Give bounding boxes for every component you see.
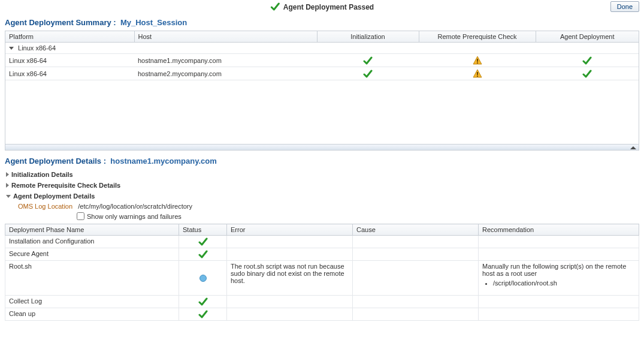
details-title-prefix: Agent Deployment Details : <box>5 157 106 166</box>
check-icon <box>363 70 373 78</box>
rec-script: /script/location/root.sh <box>493 279 635 287</box>
warning-icon <box>473 69 482 78</box>
phase-name: Secure Agent <box>5 248 179 261</box>
expander-initialization[interactable]: Initialization Details <box>5 169 639 180</box>
check-icon <box>270 2 280 11</box>
col-initialization[interactable]: Initialization <box>317 31 419 43</box>
phase-recommendation: Manually run the following script(s) on … <box>479 261 639 296</box>
done-button[interactable]: Done <box>610 1 639 12</box>
top-bar: Agent Deployment Passed Done <box>0 0 644 16</box>
details-row: Root.sh The root.sh script was not run b… <box>5 261 639 296</box>
phase-name: Installation and Configuration <box>5 236 179 248</box>
chevron-down-icon <box>6 195 11 198</box>
col-agent-deployment[interactable]: Agent Deployment <box>536 31 639 43</box>
status-banner-text: Agent Deployment Passed <box>283 3 374 11</box>
phase-error: The root.sh script was not run because s… <box>227 261 353 296</box>
row-host: hostname2.mycompany.com <box>134 67 317 80</box>
details-header-row: Deployment Phase Name Status Error Cause… <box>5 224 639 236</box>
phase-error <box>227 236 353 248</box>
group-platform-label: Linux x86-64 <box>18 44 56 52</box>
phase-recommendation <box>479 296 639 308</box>
summary-row[interactable]: Linux x86-64 hostname2.mycompany.com <box>5 67 639 80</box>
tree-collapse-icon[interactable] <box>9 47 14 50</box>
phase-error <box>227 248 353 261</box>
col-status[interactable]: Status <box>179 224 227 236</box>
summary-table: Platform Host Initialization Remote Prer… <box>5 31 639 80</box>
rec-text: Manually run the following script(s) on … <box>482 263 626 277</box>
col-recommendation[interactable]: Recommendation <box>479 224 639 236</box>
chevron-right-icon <box>6 183 9 188</box>
status-banner: Agent Deployment Passed <box>270 2 374 11</box>
phase-name: Collect Log <box>5 296 179 308</box>
check-icon <box>198 297 208 306</box>
row-platform: Linux x86-64 <box>5 67 134 80</box>
phase-recommendation <box>479 236 639 248</box>
row-host: hostname1.mycompany.com <box>134 54 317 67</box>
col-cause[interactable]: Cause <box>353 224 479 236</box>
check-icon <box>198 310 208 318</box>
summary-table-container: Platform Host Initialization Remote Prer… <box>5 31 639 145</box>
phase-cause <box>353 296 479 308</box>
col-error[interactable]: Error <box>227 224 353 236</box>
details-table: Deployment Phase Name Status Error Cause… <box>5 224 639 321</box>
summary-header-row: Platform Host Initialization Remote Prer… <box>5 31 639 43</box>
row-platform: Linux x86-64 <box>5 54 134 67</box>
summary-session-name: My_Host_Session <box>120 18 187 27</box>
check-icon <box>582 56 592 65</box>
col-platform[interactable]: Platform <box>5 31 134 43</box>
summary-title-prefix: Agent Deployment Summary : <box>5 18 116 27</box>
summary-title: Agent Deployment Summary : My_Host_Sessi… <box>0 16 644 31</box>
phase-recommendation <box>479 308 639 321</box>
check-icon <box>198 237 208 246</box>
oms-log-path: /etc/my/log/location/or/scratch/director… <box>78 203 192 210</box>
phase-error <box>227 296 353 308</box>
resize-handle[interactable] <box>5 145 639 151</box>
expander-label: Agent Deployment Details <box>13 192 95 200</box>
phase-cause <box>353 248 479 261</box>
phase-cause <box>353 308 479 321</box>
info-icon <box>198 273 208 283</box>
col-phase[interactable]: Deployment Phase Name <box>5 224 179 236</box>
filter-label: Show only warnings and failures <box>87 213 182 220</box>
col-remote-prereq[interactable]: Remote Prerequiste Check <box>419 31 536 43</box>
details-row: Installation and Configuration <box>5 236 639 248</box>
oms-log-line: OMS Log Location /etc/my/log/location/or… <box>5 201 639 211</box>
oms-log-label: OMS Log Location <box>18 203 72 210</box>
phase-recommendation <box>479 248 639 261</box>
check-icon <box>582 70 592 78</box>
check-icon <box>363 56 373 65</box>
show-only-warnings-checkbox[interactable] <box>77 212 84 220</box>
phase-name: Root.sh <box>5 261 179 296</box>
phase-cause <box>353 236 479 248</box>
details-hostname: hostname1.mycompany.com <box>110 157 216 166</box>
details-row: Clean up <box>5 308 639 321</box>
summary-row[interactable]: Linux x86-64 hostname1.mycompany.com <box>5 54 639 67</box>
phase-error <box>227 308 353 321</box>
expander-label: Initialization Details <box>11 171 73 178</box>
details-title: Agent Deployment Details : hostname1.myc… <box>5 154 639 169</box>
details-row: Secure Agent <box>5 248 639 261</box>
details-row: Collect Log <box>5 296 639 308</box>
phase-name: Clean up <box>5 308 179 321</box>
chevron-right-icon <box>6 172 9 177</box>
expander-label: Remote Prerequisite Check Details <box>11 182 120 189</box>
expander-deployment[interactable]: Agent Deployment Details <box>5 191 639 201</box>
warning-icon <box>473 56 482 65</box>
filter-row: Show only warnings and failures <box>5 211 639 222</box>
col-host[interactable]: Host <box>134 31 317 43</box>
summary-group-row[interactable]: Linux x86-64 <box>5 43 639 54</box>
check-icon <box>198 250 208 258</box>
expander-prereq[interactable]: Remote Prerequisite Check Details <box>5 180 639 191</box>
phase-cause <box>353 261 479 296</box>
